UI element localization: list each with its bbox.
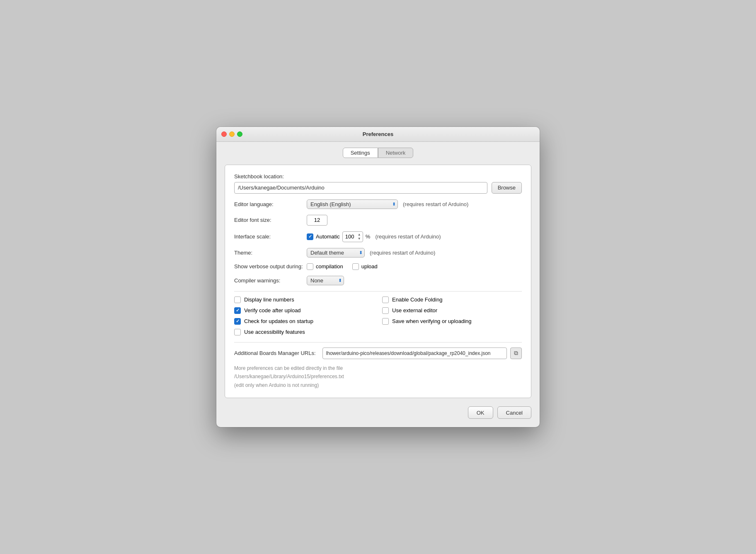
compiler-warnings-row: Compiler warnings: None ⬍ [234, 276, 522, 285]
editor-language-hint: (requires restart of Arduino) [403, 201, 468, 207]
use-external-editor-row: Use external editor [382, 307, 522, 314]
compilation-verbose-wrapper: compilation [307, 263, 343, 270]
checkboxes-grid: Display line numbers Enable Code Folding… [234, 296, 522, 335]
compilation-checkbox[interactable] [307, 263, 313, 270]
divider-2 [234, 342, 522, 343]
upload-label: upload [361, 263, 378, 270]
additional-boards-row: Additional Boards Manager URLs: ⧉ [234, 347, 522, 359]
save-when-verifying-label: Save when verifying or uploading [392, 318, 472, 324]
divider [234, 291, 522, 292]
theme-hint: (requires restart of Arduino) [370, 250, 435, 256]
theme-select-wrapper: Default theme ⬍ [307, 248, 365, 258]
enable-code-folding-label: Enable Code Folding [392, 296, 442, 303]
tab-network[interactable]: Network [378, 148, 414, 158]
save-when-verifying-row: Save when verifying or uploading [382, 318, 522, 325]
minimize-button[interactable] [229, 131, 235, 137]
editor-language-select-wrapper: English (English) ⬍ [307, 199, 398, 209]
additional-boards-input[interactable] [322, 347, 507, 359]
sketchbook-section: Sketchbook location: Browse [234, 173, 522, 194]
use-accessibility-checkbox[interactable] [234, 329, 241, 335]
display-line-numbers-row: Display line numbers [234, 296, 374, 303]
tab-bar: Settings Network [225, 148, 531, 158]
copy-button[interactable]: ⧉ [510, 347, 522, 359]
compiler-warnings-select-wrapper: None ⬍ [307, 276, 344, 285]
button-row: OK Cancel [225, 405, 531, 419]
verbose-output-row: Show verbose output during: compilation … [234, 263, 522, 270]
cancel-button[interactable]: Cancel [497, 406, 531, 419]
theme-row: Theme: Default theme ⬍ (requires restart… [234, 248, 522, 258]
editor-language-select[interactable]: English (English) [307, 199, 398, 209]
use-external-editor-checkbox[interactable] [382, 307, 389, 314]
editor-font-size-label: Editor font size: [234, 217, 307, 223]
scale-up-arrow-icon[interactable]: ▲ [356, 233, 362, 237]
browse-button[interactable]: Browse [492, 182, 522, 194]
preferences-window: Preferences Settings Network Sketchbook … [216, 127, 540, 427]
interface-scale-hint: (requires restart of Arduino) [375, 233, 441, 240]
theme-select[interactable]: Default theme [307, 248, 365, 258]
copy-icon: ⧉ [514, 350, 518, 357]
settings-panel: Sketchbook location: Browse Editor langu… [225, 165, 531, 398]
scale-stepper: ▲ ▼ [342, 231, 363, 242]
use-accessibility-label: Use accessibility features [244, 329, 305, 335]
automatic-checkbox[interactable] [307, 233, 313, 240]
compiler-warnings-select[interactable]: None [307, 276, 344, 285]
upload-verbose-wrapper: upload [352, 263, 378, 270]
theme-label: Theme: [234, 250, 307, 256]
editor-language-row: Editor language: English (English) ⬍ (re… [234, 199, 522, 209]
save-when-verifying-checkbox[interactable] [382, 318, 389, 325]
sketchbook-label: Sketchbook location: [234, 173, 522, 180]
traffic-lights [221, 131, 242, 137]
maximize-button[interactable] [237, 131, 242, 137]
enable-code-folding-row: Enable Code Folding [382, 296, 522, 303]
tab-settings[interactable]: Settings [343, 148, 378, 158]
enable-code-folding-checkbox[interactable] [382, 296, 389, 303]
sketchbook-row: Browse [234, 182, 522, 194]
automatic-label: Automatic [316, 233, 340, 240]
scale-percent-label: % [366, 233, 371, 240]
compiler-warnings-label: Compiler warnings: [234, 277, 307, 284]
upload-checkbox[interactable] [352, 263, 359, 270]
scale-down-arrow-icon[interactable]: ▼ [356, 237, 362, 241]
verbose-output-label: Show verbose output during: [234, 263, 307, 270]
sketchbook-input[interactable] [234, 182, 487, 194]
titlebar: Preferences [216, 127, 540, 142]
ok-button[interactable]: OK [468, 406, 493, 419]
additional-boards-label: Additional Boards Manager URLs: [234, 350, 316, 356]
editor-font-size-input[interactable] [307, 215, 327, 226]
verify-code-checkbox[interactable] [234, 307, 241, 314]
editor-font-size-row: Editor font size: [234, 215, 522, 226]
check-for-updates-label: Check for updates on startup [244, 318, 313, 324]
verify-code-row: Verify code after upload [234, 307, 374, 314]
use-accessibility-row: Use accessibility features [234, 329, 374, 335]
footer-line3: (edit only when Arduino is not running) [234, 381, 522, 389]
verify-code-label: Verify code after upload [244, 307, 301, 313]
check-for-updates-checkbox[interactable] [234, 318, 241, 325]
editor-language-label: Editor language: [234, 201, 307, 207]
footer-text: More preferences can be edited directly … [234, 364, 522, 389]
footer-line2: /Users/kanegae/Library/Arduino15/prefere… [234, 372, 522, 381]
close-button[interactable] [221, 131, 227, 137]
window-title: Preferences [363, 131, 393, 137]
display-line-numbers-label: Display line numbers [244, 296, 294, 303]
automatic-checkbox-wrapper: Automatic [307, 233, 340, 240]
scale-stepper-arrows: ▲ ▼ [356, 233, 362, 241]
display-line-numbers-checkbox[interactable] [234, 296, 241, 303]
footer-line1: More preferences can be edited directly … [234, 364, 522, 372]
interface-scale-label: Interface scale: [234, 233, 307, 240]
check-for-updates-row: Check for updates on startup [234, 318, 374, 325]
interface-scale-row: Interface scale: Automatic ▲ ▼ % (requir… [234, 231, 522, 242]
compilation-label: compilation [316, 263, 343, 270]
content-area: Settings Network Sketchbook location: Br… [216, 142, 540, 427]
use-external-editor-label: Use external editor [392, 307, 437, 313]
